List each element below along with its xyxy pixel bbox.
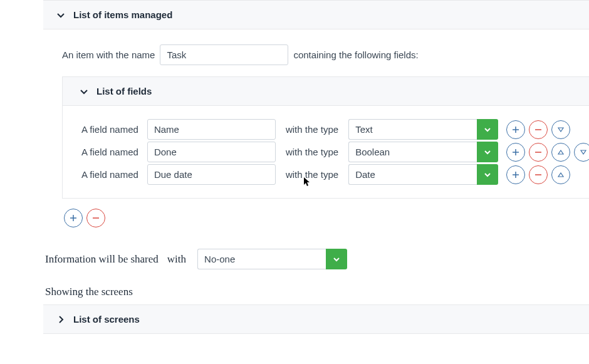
section-header-screens[interactable]: List of screens (43, 304, 589, 334)
dropdown-button[interactable] (477, 142, 498, 162)
field-row: A field named with the type Date (81, 164, 589, 185)
section-header-items[interactable]: List of items managed (43, 0, 589, 29)
dropdown-button[interactable] (326, 249, 347, 269)
add-icon[interactable] (506, 165, 525, 184)
share-select[interactable]: No-one (197, 249, 347, 269)
remove-icon[interactable] (529, 120, 548, 139)
chevron-right-icon (56, 315, 66, 325)
field-prefix: A field named (81, 147, 138, 157)
item-suffix: containing the following fields: (293, 49, 418, 60)
section-header-fields[interactable]: List of fields (63, 76, 589, 106)
field-prefix: A field named (81, 124, 138, 135)
svg-marker-12 (558, 173, 563, 177)
move-up-icon[interactable] (551, 143, 570, 162)
item-prefix: An item with the name (62, 49, 155, 60)
move-up-icon[interactable] (551, 165, 570, 184)
share-with: with (167, 253, 186, 266)
section-body-items: An item with the name containing the fol… (43, 29, 589, 242)
add-icon[interactable] (506, 120, 525, 139)
share-prefix: Information will be shared (45, 253, 159, 266)
add-icon[interactable] (506, 143, 525, 162)
chevron-down-icon (56, 10, 66, 20)
add-item-icon[interactable] (64, 209, 83, 227)
row-actions (504, 165, 572, 184)
field-row: A field named with the type Text (81, 119, 589, 140)
remove-icon[interactable] (529, 143, 548, 162)
svg-marker-7 (558, 150, 563, 154)
field-mid: with the type (286, 147, 338, 157)
field-type-value: Boolean (348, 142, 477, 162)
share-row: Information will be shared with No-one (45, 242, 589, 278)
item-level-actions (62, 209, 589, 227)
field-name-input[interactable] (147, 164, 276, 185)
field-type-select[interactable]: Text (348, 119, 498, 140)
row-actions (504, 143, 580, 162)
field-name-input[interactable] (147, 119, 276, 140)
field-type-value: Text (348, 119, 477, 140)
dropdown-button[interactable] (477, 164, 498, 185)
field-name-input[interactable] (147, 142, 276, 162)
item-name-input[interactable] (160, 44, 288, 65)
field-mid: with the type (286, 124, 338, 135)
field-mid: with the type (286, 169, 338, 180)
share-value: No-one (197, 249, 326, 269)
field-type-select[interactable]: Date (348, 164, 498, 185)
field-row: A field named with the type Boolean (81, 142, 589, 162)
svg-marker-3 (558, 128, 563, 132)
section-title-screens: List of screens (73, 314, 140, 325)
item-head-row: An item with the name containing the fol… (62, 44, 589, 65)
field-type-value: Date (348, 164, 477, 185)
fields-rows: A field named with the type Text (63, 106, 589, 198)
field-prefix: A field named (81, 169, 138, 180)
screens-intro: Showing the screens (45, 286, 589, 298)
remove-icon[interactable] (529, 165, 548, 184)
remove-item-icon[interactable] (86, 209, 105, 227)
section-title-items: List of items managed (73, 9, 172, 20)
row-actions (504, 120, 572, 139)
svg-marker-8 (581, 150, 586, 154)
nested-section-fields: List of fields A field named with the ty… (62, 76, 589, 199)
move-down-icon[interactable] (551, 120, 570, 139)
move-down-icon[interactable] (574, 143, 589, 162)
dropdown-button[interactable] (477, 119, 498, 140)
field-type-select[interactable]: Boolean (348, 142, 498, 162)
section-title-fields: List of fields (96, 86, 152, 96)
chevron-down-icon (79, 86, 89, 96)
